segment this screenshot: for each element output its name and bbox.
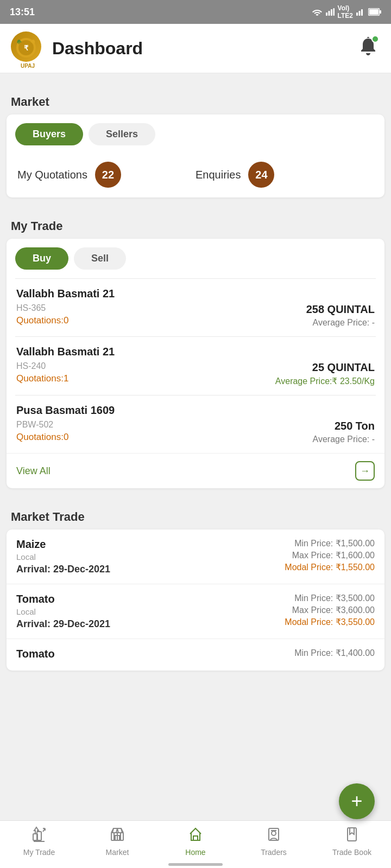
header-left: ₹ UPAJ Dashboard [11,31,143,65]
logo-container: ₹ UPAJ [11,31,45,65]
trade-book-icon [344,826,360,843]
trade-item[interactable]: Vallabh Basmati 21 HS-365 Quotations:0 2… [7,279,384,336]
upaj-logo-svg: ₹ [13,34,39,60]
mt-left: Tomato Local Arrival: 29-Dec-2021 [16,593,110,630]
logo-text: UPAJ [11,63,45,69]
sellers-button[interactable]: Sellers [89,123,155,145]
market-trade-item[interactable]: Tomato Local Arrival: 29-Dec-2021 Min Pr… [7,584,384,639]
signal-icon [326,8,335,16]
view-all-row[interactable]: View All → [7,453,384,488]
svg-rect-4 [356,12,358,16]
svg-rect-9 [369,9,379,15]
mt-sub: Local [16,552,110,561]
buyers-button[interactable]: Buyers [15,123,83,145]
sell-button[interactable]: Sell [74,247,126,270]
status-bar: 13:51 Vol)LTE2 [0,0,391,24]
svg-rect-21 [193,836,198,840]
trade-item-right: 250 Ton Average Price: - [313,420,375,444]
mt-arrival: Arrival: 29-Dec-2021 [16,618,110,630]
svg-rect-6 [361,9,363,16]
signal2-icon [356,8,365,16]
svg-point-23 [272,831,276,835]
market-nav-icon [109,826,125,845]
scroll-indicator [168,863,223,866]
trade-item-qty: 258 QUINTAL [306,303,375,316]
traders-icon [266,826,282,843]
trade-item-name: Vallabh Basmati 21 [16,346,375,358]
mt-min-price: Min Price: ₹3,500.00 [285,593,375,603]
svg-text:₹: ₹ [24,44,29,52]
battery-icon [368,8,381,16]
my-quotations-label: My Quotations [17,169,87,181]
trade-item-sub-row: PBW-502 Quotations:0 250 Ton Average Pri… [16,420,375,444]
trade-item-qty: 25 QUINTAL [275,361,375,374]
mt-max-price: Max Price: ₹1,600.00 [285,550,375,560]
nav-label-trade-book: Trade Book [332,848,371,857]
market-trade-card: Maize Local Arrival: 29-Dec-2021 Min Pri… [7,529,384,671]
trade-item-sub-row: HS-365 Quotations:0 258 QUINTAL Average … [16,303,375,328]
nav-item-trade-book[interactable]: Trade Book [313,826,391,857]
trade-item-sub-row: HS-240 Quotations:1 25 QUINTAL Average P… [16,361,375,386]
trade-item-quotations: Quotations:0 [16,315,68,326]
trade-item-left: PBW-502 Quotations:0 [16,420,68,443]
mt-header-row: Tomato Min Price: ₹1,400.00 [16,648,375,662]
svg-rect-0 [326,12,327,16]
home-nav-icon [187,826,204,845]
mt-modal-price: Modal Price: ₹1,550.00 [285,562,375,572]
trade-item-name: Pusa Basmati 1609 [16,404,375,417]
trade-item-name: Vallabh Basmati 21 [16,288,375,300]
my-quotations-badge: 22 [95,162,121,188]
mt-modal-price: Modal Price: ₹3,550.00 [285,617,375,627]
svg-rect-2 [331,9,332,16]
svg-rect-25 [348,828,356,841]
header-title: Dashboard [52,39,143,59]
notification-dot [371,35,379,43]
mt-prices: Min Price: ₹1,400.00 [294,648,375,660]
logo-circle: ₹ [11,31,41,62]
market-trade-section-label: Market Trade [0,500,391,529]
svg-rect-1 [328,11,330,16]
nav-item-traders[interactable]: Traders [235,826,313,857]
mt-arrival: Arrival: 29-Dec-2021 [16,564,110,575]
market-stats-row: My Quotations 22 Enquiries 24 [7,154,384,197]
nav-item-home[interactable]: Home [156,826,235,857]
market-section: Market Buyers Sellers My Quotations 22 E… [0,85,391,197]
trade-item-qty: 250 Ton [313,420,375,432]
market-trade-item[interactable]: Tomato Min Price: ₹1,400.00 [7,639,384,671]
nav-label-market: Market [106,848,129,857]
svg-rect-3 [333,8,335,16]
mt-prices: Min Price: ₹3,500.00 Max Price: ₹3,600.0… [285,593,375,629]
view-all-text[interactable]: View All [16,465,51,477]
nav-label-my-trade: My Trade [23,848,55,857]
trade-item-left: HS-240 Quotations:1 [16,361,68,384]
enquiries-stat[interactable]: Enquiries 24 [195,162,374,188]
trade-item[interactable]: Vallabh Basmati 21 HS-240 Quotations:1 2… [7,337,384,395]
market-section-label: Market [0,85,391,114]
trade-item[interactable]: Pusa Basmati 1609 PBW-502 Quotations:0 2… [7,395,384,453]
mt-sub: Local [16,607,110,616]
notification-button[interactable] [356,35,380,61]
my-trade-icon [31,826,47,843]
mt-prices: Min Price: ₹1,500.00 Max Price: ₹1,600.0… [285,538,375,574]
mt-left: Tomato [16,648,55,662]
trade-book-nav-icon [344,826,360,845]
bottom-nav: My Trade Market Home [0,820,391,868]
nav-label-traders: Traders [261,848,287,857]
svg-rect-5 [359,11,361,16]
mt-name: Tomato [16,593,110,605]
market-trade-item[interactable]: Maize Local Arrival: 29-Dec-2021 Min Pri… [7,529,384,584]
my-quotations-stat[interactable]: My Quotations 22 [17,162,195,188]
nav-item-my-trade[interactable]: My Trade [0,826,78,857]
mt-min-price: Min Price: ₹1,500.00 [285,538,375,548]
lte-badge: Vol)LTE2 [338,4,353,20]
nav-item-market[interactable]: Market [78,826,156,857]
trade-item-quotations: Quotations:0 [16,432,68,443]
mt-name: Tomato [16,648,55,660]
trade-item-left: HS-365 Quotations:0 [16,303,68,326]
view-all-icon[interactable]: → [355,461,375,481]
fab-button[interactable]: + [339,783,375,819]
my-trade-card: Buy Sell Vallabh Basmati 21 HS-365 Quota… [7,239,384,488]
status-time: 13:51 [10,7,35,18]
buy-button[interactable]: Buy [15,247,68,270]
enquiries-label: Enquiries [195,169,241,181]
